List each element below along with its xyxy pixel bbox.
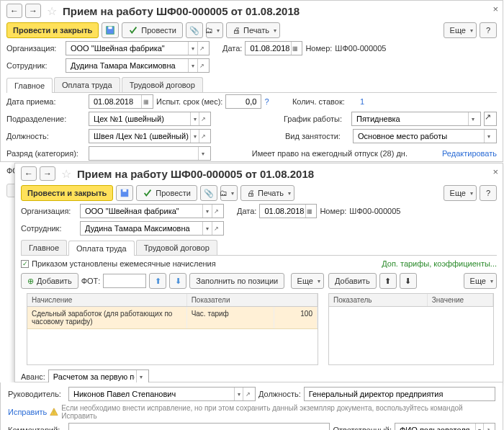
emp-label: Сотрудник: — [6, 61, 63, 70]
stavok-link[interactable]: 1 — [360, 97, 364, 106]
fill-by-position-button[interactable]: Заполнить по позиции — [189, 273, 284, 289]
fot-input[interactable] — [103, 274, 146, 288]
attach-button[interactable]: 📎 — [200, 185, 217, 201]
move-up-button[interactable]: ⬆ — [379, 273, 397, 289]
th-indicator: Показатель — [329, 294, 428, 306]
print-button[interactable]: 🖨Печать — [240, 185, 294, 201]
fix-link[interactable]: Исправить — [8, 408, 47, 416]
nav-back-button[interactable]: ← — [21, 166, 37, 181]
dropdown-icon[interactable]: ▾ — [202, 222, 211, 235]
org-input[interactable]: ▾↗ — [80, 204, 224, 218]
tab-contract[interactable]: Трудовой договор — [136, 240, 217, 255]
open-icon[interactable]: ↗ — [243, 388, 252, 400]
calendar-icon[interactable]: ▦ — [305, 205, 314, 218]
comment-input[interactable] — [68, 423, 330, 430]
attach-button[interactable]: 📎 — [186, 22, 203, 38]
dropdown-icon[interactable]: ▾ — [190, 130, 199, 143]
open-icon[interactable]: ↗ — [199, 130, 207, 143]
structure-button[interactable]: 🗂 — [206, 22, 223, 38]
tab-contract[interactable]: Трудовой договор — [122, 77, 203, 92]
dropdown-icon[interactable]: ▾ — [136, 370, 145, 383]
structure-button[interactable]: 🗂 — [220, 185, 238, 201]
trial-help[interactable]: ? — [264, 97, 269, 106]
advance-input[interactable]: ▾ — [48, 369, 149, 384]
dropdown-icon[interactable]: ▾ — [198, 147, 207, 160]
close-icon[interactable]: × — [492, 166, 498, 177]
tab-main[interactable]: Главное — [6, 78, 53, 93]
nav-back-button[interactable]: ← — [6, 4, 22, 18]
calendar-icon[interactable]: ▦ — [291, 42, 300, 55]
post-button[interactable]: Провести — [136, 185, 197, 201]
dropdown-icon[interactable]: ▾ — [484, 130, 493, 143]
dropdown-icon[interactable]: ▾ — [190, 112, 199, 125]
table-more-button[interactable]: Еще — [291, 273, 324, 289]
table2-more-button[interactable]: Еще — [464, 273, 497, 289]
accruals-table[interactable]: Начисление Показатели Сдельный заработок… — [27, 293, 318, 365]
print-button[interactable]: 🖨Печать — [226, 22, 280, 38]
tab-main[interactable]: Главное — [21, 240, 67, 255]
add-row-button[interactable]: ⊕Добавить — [21, 273, 78, 289]
move-down-button[interactable]: ⬇ — [400, 273, 417, 289]
more-button[interactable]: Еще — [444, 185, 477, 201]
employment-input[interactable]: ▾ — [353, 129, 497, 143]
post-and-close-button[interactable]: Провести и закрыть — [6, 22, 99, 38]
monthly-accruals-checkbox[interactable]: ✓Приказом установлены ежемесячные начисл… — [21, 259, 216, 268]
add-indicator-button[interactable]: Добавить — [328, 273, 377, 289]
post-and-close-button[interactable]: Провести и закрыть — [21, 185, 113, 201]
emp-input[interactable]: ▾↗ — [80, 221, 224, 236]
save-button[interactable] — [116, 185, 133, 201]
calendar-icon[interactable]: ▦ — [141, 95, 150, 108]
post-button[interactable]: Провести — [122, 22, 183, 38]
dropdown-icon[interactable]: ▾ — [202, 205, 211, 218]
doc-icon: 🗂 — [220, 189, 228, 197]
schedule-open[interactable]: ↗ — [484, 112, 497, 126]
arrow-down-icon: ⬇ — [175, 277, 181, 286]
indicators-table[interactable]: Показатель Значение — [328, 293, 494, 365]
vacation-text: Имеет право на ежегодный отпуск (28) дн. — [252, 149, 408, 158]
open-icon[interactable]: ↗ — [199, 112, 207, 125]
head-input[interactable]: ▾↗ — [68, 387, 256, 401]
edit-link[interactable]: Редактировать — [442, 149, 497, 158]
tab-pay[interactable]: Оплата труда — [54, 77, 120, 92]
tabs: Главное Оплата труда Трудовой договор — [21, 240, 497, 256]
date-input[interactable]: ▦ — [259, 204, 317, 218]
paperclip-icon: 📎 — [204, 189, 214, 198]
table-row[interactable]: Сдельный заработок (для работающих по ча… — [27, 307, 318, 329]
schedule-input[interactable]: ▾ — [351, 112, 481, 126]
subdiv-input[interactable]: ▾↗ — [89, 112, 211, 126]
close-icon[interactable]: × — [492, 4, 498, 14]
dropdown-icon[interactable]: ▾ — [188, 42, 197, 55]
more-button[interactable]: Еще — [444, 22, 477, 38]
save-button[interactable] — [102, 22, 119, 38]
open-icon[interactable]: ↗ — [483, 424, 492, 430]
post-icon — [143, 188, 153, 198]
rank-input[interactable]: ▾ — [89, 146, 211, 161]
fix-hint: Если необходимо внести исправление, но п… — [61, 404, 495, 420]
help-button[interactable]: ? — [480, 185, 497, 201]
move-down-button[interactable]: ⬇ — [169, 273, 186, 289]
date-accept-input[interactable]: ▦ — [89, 94, 153, 109]
dropdown-icon[interactable]: ▾ — [188, 59, 197, 72]
position-input[interactable] — [304, 387, 495, 401]
position-input[interactable]: ▾↗ — [89, 129, 211, 143]
resp-input[interactable]: ▾↗ — [395, 423, 495, 430]
org-input[interactable]: ▾↗ — [66, 41, 210, 55]
tab-pay[interactable]: Оплата труда — [68, 241, 135, 256]
help-button[interactable]: ? — [480, 22, 497, 38]
dropdown-icon[interactable]: ▾ — [475, 424, 484, 430]
open-icon[interactable]: ↗ — [212, 222, 220, 235]
emp-input[interactable]: ▾↗ — [66, 58, 210, 73]
favorite-star-icon[interactable]: ☆ — [47, 4, 57, 18]
extra-tariffs-link[interactable]: Доп. тарифы, коэффициенты... — [382, 259, 497, 268]
move-up-button[interactable]: ⬆ — [149, 273, 166, 289]
nav-fwd-button[interactable]: → — [25, 4, 41, 18]
dropdown-icon[interactable]: ▾ — [468, 112, 477, 125]
open-icon[interactable]: ↗ — [212, 205, 220, 218]
open-icon[interactable]: ↗ — [197, 59, 206, 72]
date-input[interactable]: ▦ — [245, 41, 302, 55]
trial-input[interactable] — [225, 94, 261, 109]
favorite-star-icon[interactable]: ☆ — [61, 167, 71, 181]
dropdown-icon[interactable]: ▾ — [234, 388, 243, 400]
open-icon[interactable]: ↗ — [197, 42, 206, 55]
nav-fwd-button[interactable]: → — [40, 166, 55, 181]
